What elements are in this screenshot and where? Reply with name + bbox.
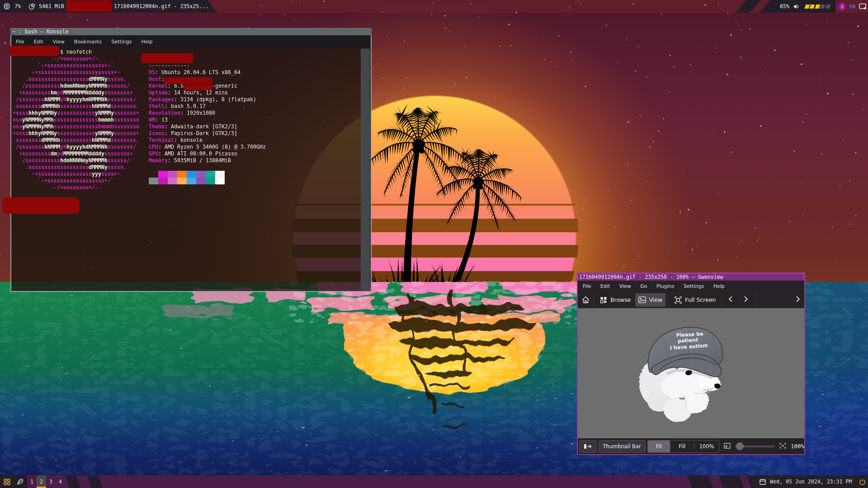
volume-bar-4 xyxy=(820,5,826,9)
gwenview-menu-bar: FileEditViewGoPluginsSettingsHelp xyxy=(578,281,804,291)
cpu-chip-icon xyxy=(3,3,10,10)
calendar-icon xyxy=(760,479,766,485)
chevron-left-icon[interactable] xyxy=(728,296,733,302)
chevron-right-icon[interactable] xyxy=(743,296,749,302)
workspace-switcher: 1234 xyxy=(27,475,65,488)
back-button[interactable] xyxy=(728,296,733,304)
konsole-title-bar[interactable]: ~ : bash — Konsole xyxy=(10,28,372,35)
gwenview-menu-go[interactable]: Go xyxy=(640,283,647,289)
memory-pie-icon xyxy=(28,3,35,10)
redaction-box-k-neofetch-title xyxy=(141,53,193,63)
volume-bars[interactable] xyxy=(805,5,831,9)
zoom-slider-knob[interactable] xyxy=(736,442,744,450)
konsole-window: ~ : bash — Konsole FileEditViewBookmarks… xyxy=(10,28,372,292)
forward-button[interactable] xyxy=(743,296,749,304)
cpu-usage: 7% xyxy=(14,3,21,9)
gwenview-menu-file[interactable]: File xyxy=(583,283,591,289)
zoom-100-button[interactable]: 100% xyxy=(694,441,719,452)
gwenview-status-bar: Thumbnail Bar Fit Fill 100% 100% xyxy=(578,438,804,454)
gwenview-menu-plugins[interactable]: Plugins xyxy=(656,283,674,289)
zoom-actual-icon[interactable] xyxy=(779,443,786,449)
bottom-bar-right: Wed, 05 Jun 2024, 23:31 PM xyxy=(750,475,868,488)
clock: Wed, 05 Jun 2024, 23:31 PM xyxy=(770,479,852,485)
meme-image: Please be patient I have autism xyxy=(638,317,744,430)
redaction-box-k-host xyxy=(164,77,212,84)
konsole-title: ~ : bash — Konsole xyxy=(12,28,69,35)
volume-bar-1 xyxy=(804,5,810,9)
workspace-3[interactable]: 3 xyxy=(46,475,56,488)
desktop: 7% 5461 MiB 1716049912004n.gif - 235x25.… xyxy=(0,0,868,488)
flame-browser-icon[interactable] xyxy=(838,3,846,10)
konsole-scrollbar[interactable] xyxy=(361,49,370,291)
konsole-menu-bookmarks[interactable]: Bookmarks xyxy=(74,39,102,45)
svg-text:patient: patient xyxy=(678,337,698,344)
redaction-box-topbar xyxy=(66,0,112,12)
bottom-bar-left xyxy=(0,475,27,488)
browse-grid-icon xyxy=(600,296,607,304)
app-grid-icon[interactable] xyxy=(4,479,10,485)
chevron-right-icon[interactable] xyxy=(795,296,801,302)
redaction-box-k-bottom xyxy=(2,197,80,214)
fullscreen-icon xyxy=(675,296,682,304)
top-bar-volume-segment: 65% xyxy=(760,0,835,13)
konsole-menu-help[interactable]: Help xyxy=(141,39,152,45)
workspace-2[interactable]: 2 xyxy=(37,475,46,488)
redaction-box-k-prompt xyxy=(9,46,59,56)
sidebar-expand-icon xyxy=(584,443,592,450)
toolbar-overflow-button[interactable] xyxy=(795,296,801,304)
volume-bar-5 xyxy=(825,5,830,9)
gwenview-image-view[interactable]: Please be patient I have autism xyxy=(578,308,804,438)
zoom-fit-icon[interactable] xyxy=(724,443,731,449)
zoom-in-button[interactable] xyxy=(779,443,786,450)
feather-icon[interactable] xyxy=(17,478,24,485)
workspace-1[interactable]: 1 xyxy=(27,475,37,488)
fullscreen-button[interactable]: Full Screen xyxy=(671,293,719,307)
system-tray: EN xyxy=(835,0,868,13)
konsole-menu-edit[interactable]: Edit xyxy=(33,39,43,45)
konsole-menu-view[interactable]: View xyxy=(53,39,65,45)
gwenview-menu-view[interactable]: View xyxy=(619,283,631,289)
gwenview-title-bar[interactable]: 1716049912004n.gif - 235x250 - 100% — Gw… xyxy=(578,273,804,281)
gwenview-menu-settings[interactable]: Settings xyxy=(684,283,704,289)
terminal-text: $ neofetch .-/+oossssoo+/-. `:+sssssssss… xyxy=(13,49,266,191)
zoom-fill-button[interactable]: Fill xyxy=(670,441,693,452)
top-bar: 7% 5461 MiB 1716049912004n.gif - 235x25.… xyxy=(0,0,868,13)
power-icon[interactable] xyxy=(859,479,866,485)
monitor-x-icon[interactable] xyxy=(859,3,867,10)
gwenview-window: 1716049912004n.gif - 235x250 - 100% — Gw… xyxy=(577,272,805,455)
redaction-box-k-kernel xyxy=(184,84,212,90)
sidebar-toggle-button[interactable] xyxy=(579,440,597,453)
zoom-fit-button[interactable]: Fit xyxy=(648,441,670,452)
active-window-title: 1716049912004n.gif - 235x25... xyxy=(114,3,208,9)
zoom-out-button[interactable] xyxy=(724,443,731,450)
home-icon[interactable] xyxy=(582,296,590,304)
zoom-slider[interactable] xyxy=(735,446,774,447)
memory-usage: 5461 MiB xyxy=(39,3,64,9)
speaker-icon[interactable] xyxy=(793,4,800,9)
view-button[interactable]: View xyxy=(635,293,666,307)
browse-button[interactable]: Browse xyxy=(597,293,634,307)
zoom-value: 100% xyxy=(791,443,804,450)
gwenview-menu-edit[interactable]: Edit xyxy=(600,283,610,289)
konsole-menu-bar: FileEditViewBookmarksSettingsHelp xyxy=(11,35,371,48)
gwenview-menu-help[interactable]: Help xyxy=(713,283,725,289)
konsole-menu-settings[interactable]: Settings xyxy=(111,39,132,45)
keyboard-layout[interactable]: EN xyxy=(849,4,855,9)
volume-bar-2 xyxy=(810,5,815,9)
konsole-menu-file[interactable]: File xyxy=(16,39,24,45)
volume-bar-3 xyxy=(815,5,820,9)
gwenview-toolbar: Browse View Full Screen xyxy=(578,291,804,308)
thumbnail-bar-button[interactable]: Thumbnail Bar xyxy=(599,440,646,453)
view-image-icon xyxy=(638,296,646,303)
gwenview-title: 1716049912004n.gif - 235x250 - 100% — Gw… xyxy=(579,274,723,280)
bottom-bar: 1234 Wed, 05 Jun 2024, 23:31 PM xyxy=(0,475,868,488)
workspace-4[interactable]: 4 xyxy=(56,475,65,488)
volume-percent: 65% xyxy=(780,3,789,9)
